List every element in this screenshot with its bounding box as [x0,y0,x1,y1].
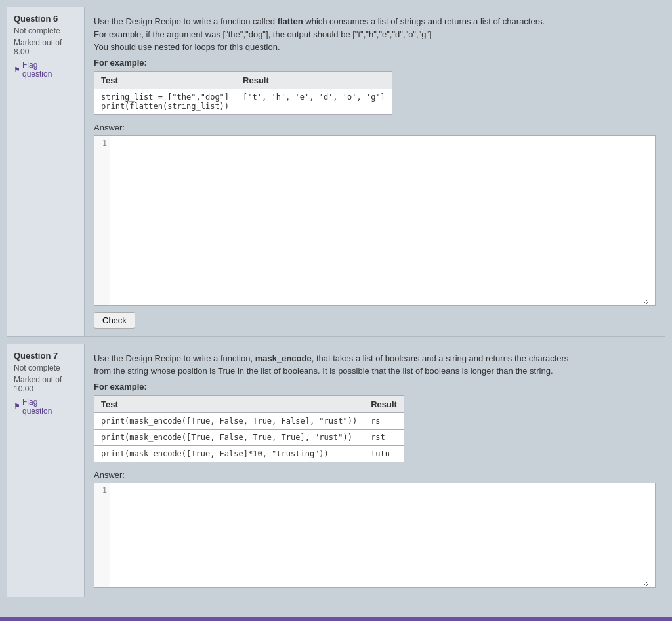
question-7-sidebar: Question 7 Not complete Marked out of10.… [7,344,85,597]
question-7-result-cell-1: rs [364,412,404,429]
question-6-example-table: Test Result string_list = ["the","dog"]p… [94,71,392,115]
question-7-table-header-test: Test [94,395,364,412]
question-7-flag[interactable]: Flagquestion [14,397,77,416]
question-7-block: Question 7 Not complete Marked out of10.… [7,344,665,597]
question-6-answer-input[interactable] [110,136,648,305]
question-6-title: Question 6 [14,14,77,24]
question-6-content: Use the Design Recipe to write a functio… [85,7,665,336]
question-7-answer-input[interactable] [110,483,648,587]
question-7-answer-label: Answer: [94,470,656,480]
question-7-example-table: Test Result print(mask_encode([True, Fal… [94,395,404,462]
question-7-status: Not complete [14,363,77,372]
table-row: print(mask_encode([True, False, True, Fa… [94,412,404,429]
question-6-block: Question 6 Not complete Marked out ofMar… [7,7,665,337]
question-6-textarea-container: 1 [94,135,656,306]
question-7-line-numbers: 1 [94,483,110,587]
question-6-test-cell: string_list = ["the","dog"]print(flatten… [94,89,236,114]
question-7-textarea-container: 1 [94,483,656,588]
question-7-marked: Marked out of10.00 [14,375,77,393]
question-7-test-cell-3: print(mask_encode([True, False]*10, "tru… [94,445,364,462]
question-6-check-button[interactable]: Check [94,312,135,329]
question-6-table-header-test: Test [94,71,236,89]
question-6-line-numbers: 1 [94,136,110,305]
question-6-result-cell: ['t', 'h', 'e', 'd', 'o', 'g'] [236,89,392,114]
question-6-function-name: flatten [278,16,303,26]
question-7-content: Use the Design Recipe to write a functio… [85,344,665,597]
question-7-test-cell-2: print(mask_encode([True, False, True, Tr… [94,429,364,445]
question-7-title: Question 7 [14,351,77,361]
question-7-for-example: For example: [94,382,656,391]
table-row: string_list = ["the","dog"]print(flatten… [94,89,392,114]
page-wrapper: Question 6 Not complete Marked out ofMar… [0,0,672,604]
question-7-description: Use the Design Recipe to write a functio… [94,352,656,378]
question-6-for-example: For example: [94,58,656,68]
question-7-result-cell-2: rst [364,429,404,445]
question-6-description: Use the Design Recipe to write a functio… [94,15,656,54]
question-7-function-name: mask_encode [255,353,312,363]
question-7-test-cell-1: print(mask_encode([True, False, True, Fa… [94,412,364,429]
table-row: print(mask_encode([True, False, True, Tr… [94,429,404,445]
question-6-answer-label: Answer: [94,123,656,132]
question-6-flag[interactable]: Flagquestion [14,60,77,79]
question-7-result-cell-3: tutn [364,445,404,462]
question-6-table-header-result: Result [236,71,392,89]
question-6-status: Not complete [14,26,77,35]
table-row: print(mask_encode([True, False]*10, "tru… [94,445,404,462]
question-6-sidebar: Question 6 Not complete Marked out ofMar… [7,7,85,336]
question-6-marked: Marked out ofMarked out of 8.008.00 [14,38,77,56]
question-7-table-header-result: Result [364,395,404,412]
